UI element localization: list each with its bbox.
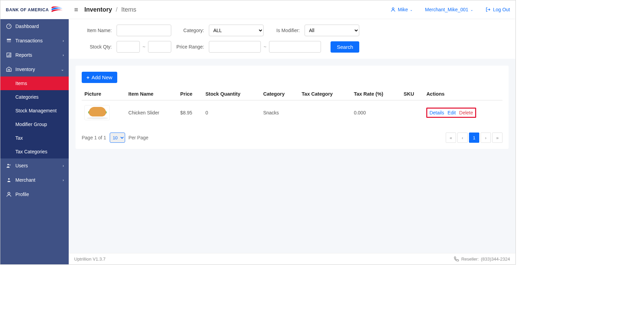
delete-link[interactable]: Delete — [459, 110, 473, 115]
col-item-name: Item Name — [126, 88, 178, 100]
svg-point-7 — [8, 192, 10, 194]
item-thumbnail — [84, 105, 110, 120]
cell-item-name: Chicken Slider — [126, 100, 178, 125]
col-tax-rate: Tax Rate (%) — [351, 88, 401, 100]
page-prev[interactable]: ‹ — [457, 133, 468, 143]
main: ≡ Inventory / Items Mike ⌄ Merchant_Mike… — [69, 0, 515, 264]
range-separator: ~ — [143, 44, 145, 50]
search-button[interactable]: Search — [331, 41, 359, 53]
hamburger-icon[interactable]: ≡ — [74, 6, 78, 14]
is-modifier-label: Is Modifier: — [267, 28, 301, 33]
price-min-input[interactable] — [209, 41, 261, 53]
sidebar-item-profile[interactable]: Profile — [0, 187, 69, 202]
logo: BANK OF AMERICA — [0, 0, 69, 19]
breadcrumb: Inventory / Items — [84, 6, 136, 13]
sidebar: BANK OF AMERICA Dashboard Transactions ›… — [0, 0, 69, 264]
col-sku: SKU — [401, 88, 424, 100]
logo-flag-icon — [51, 6, 63, 13]
items-table: Picture Item Name Price Stock Quantity C… — [82, 88, 502, 125]
transactions-icon — [6, 38, 12, 44]
subnav-modifier-group[interactable]: Modifier Group — [0, 117, 69, 131]
dashboard-icon — [6, 23, 12, 29]
topbar: ≡ Inventory / Items Mike ⌄ Merchant_Mike… — [69, 0, 515, 19]
plus-icon: + — [86, 74, 90, 80]
chevron-down-icon: ⌄ — [410, 8, 413, 12]
subnav-stock-management[interactable]: Stock Management — [0, 104, 69, 117]
cell-price: $8.95 — [177, 100, 203, 125]
edit-link[interactable]: Edit — [447, 110, 456, 115]
per-page-select[interactable]: 10 — [110, 133, 125, 143]
svg-rect-2 — [7, 39, 11, 40]
page-1[interactable]: 1 — [469, 133, 479, 143]
reseller-label: Reseller: — [461, 256, 479, 262]
sidebar-item-label: Users — [15, 163, 28, 168]
sidebar-item-label: Reports — [15, 52, 32, 58]
details-link[interactable]: Details — [429, 110, 444, 115]
sidebar-item-merchant[interactable]: Merchant › — [0, 173, 69, 187]
page-first[interactable]: « — [446, 133, 456, 143]
chevron-right-icon: › — [63, 164, 64, 168]
phone-icon — [454, 256, 459, 262]
chevron-right-icon: › — [63, 53, 64, 57]
svg-point-8 — [392, 8, 394, 10]
add-new-button[interactable]: + Add New — [82, 72, 117, 83]
sidebar-item-reports[interactable]: Reports › — [0, 48, 69, 62]
cell-category: Snacks — [260, 100, 299, 125]
stock-qty-min-input[interactable] — [117, 41, 140, 53]
sidebar-item-transactions[interactable]: Transactions › — [0, 33, 69, 48]
reports-icon — [6, 52, 12, 58]
sidebar-item-inventory[interactable]: Inventory ⌄ — [0, 62, 69, 77]
sidebar-item-dashboard[interactable]: Dashboard — [0, 19, 69, 33]
user-icon — [390, 7, 396, 12]
cell-sku — [401, 100, 424, 125]
inventory-icon — [6, 66, 12, 72]
sidebar-item-label: Dashboard — [15, 24, 39, 29]
inventory-subnav: Items Categories Stock Management Modifi… — [0, 77, 69, 158]
table-footer: Page 1 of 1 10 Per Page « ‹ 1 › » — [82, 133, 502, 143]
sidebar-item-label: Inventory — [15, 67, 35, 72]
merchant-icon — [6, 177, 12, 183]
filter-bar: Item Name: Category: ALL Is Modifier: Al… — [69, 19, 515, 59]
subnav-categories[interactable]: Categories — [0, 90, 69, 104]
item-name-label: Item Name: — [76, 28, 113, 33]
price-range-label: Price Range: — [175, 44, 205, 50]
is-modifier-select[interactable]: All — [305, 25, 359, 36]
cell-stock-qty: 0 — [203, 100, 260, 125]
col-category: Category — [260, 88, 299, 100]
page-info: Page 1 of 1 — [82, 135, 106, 140]
stock-qty-max-input[interactable] — [148, 41, 171, 53]
subnav-items[interactable]: Items — [0, 77, 69, 90]
price-max-input[interactable] — [269, 41, 321, 53]
page-last[interactable]: » — [492, 133, 502, 143]
subnav-tax[interactable]: Tax — [0, 131, 69, 145]
svg-point-5 — [9, 164, 11, 166]
breadcrumb-main: Inventory — [84, 6, 112, 13]
users-icon — [6, 163, 12, 169]
merchant-dropdown[interactable]: Merchant_Mike_001 ⌄ — [425, 7, 473, 12]
subnav-tax-categories[interactable]: Tax Categories — [0, 145, 69, 158]
cell-tax-category — [299, 100, 351, 125]
category-label: Category: — [175, 28, 205, 33]
logout-button[interactable]: Log Out — [485, 7, 510, 12]
page-next[interactable]: › — [481, 133, 491, 143]
reseller-phone: (833)344-2324 — [481, 256, 510, 262]
footer: Uptrillion V1.3.7 Reseller: (833)344-232… — [69, 253, 515, 264]
col-tax-category: Tax Category — [299, 88, 351, 100]
stock-qty-label: Stock Qty: — [76, 44, 113, 50]
sidebar-item-users[interactable]: Users › — [0, 158, 69, 173]
breadcrumb-sub: Items — [121, 6, 136, 13]
profile-icon — [6, 191, 12, 197]
chevron-down-icon: ⌄ — [470, 8, 473, 12]
item-name-input[interactable] — [117, 25, 171, 36]
user-dropdown[interactable]: Mike ⌄ — [390, 7, 413, 12]
logo-text: BANK OF AMERICA — [6, 8, 49, 12]
actions-highlight: Details Edit Delete — [426, 108, 476, 118]
col-price: Price — [177, 88, 203, 100]
range-separator: ~ — [264, 44, 266, 50]
category-select[interactable]: ALL — [209, 25, 264, 36]
items-card: + Add New Picture Item Name Price Stock … — [76, 66, 509, 149]
chevron-right-icon: › — [63, 178, 64, 182]
logout-icon — [485, 7, 491, 12]
col-picture: Picture — [82, 88, 126, 100]
sidebar-item-label: Transactions — [15, 38, 43, 43]
